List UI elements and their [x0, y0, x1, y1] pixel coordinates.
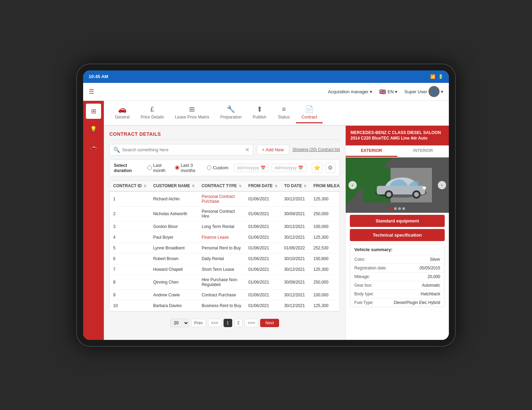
cell-to-date: 30/09/2021 — [281, 206, 310, 221]
status-bar: 10:45 AM 📶 🔋 — [83, 70, 449, 83]
cell-customer: Gordon Bloor — [150, 221, 198, 232]
tab-preparation[interactable]: 🔧 Preparation — [215, 102, 247, 123]
price-icon: £ — [150, 105, 154, 113]
cell-to-date: 30/12/2021 — [281, 289, 310, 300]
from-date-input[interactable]: dd/mm/yyyy 📅 — [234, 164, 269, 172]
grid-icon: ⊞ — [91, 107, 96, 115]
tab-interior[interactable]: INTERIOR — [397, 145, 449, 157]
sort-icon-type: ⇅ — [239, 184, 242, 188]
top-nav: ☰ Acquisition manager ▾ 🇬🇧 EN ▾ Super Us… — [83, 83, 449, 101]
tablet-frame: 10:45 AM 📶 🔋 ☰ Acquisition manager ▾ 🇬🇧 … — [76, 64, 456, 347]
main-area: ⊞ 💡 🚗 🚗 General £ — [83, 101, 449, 340]
status-icon: ≡ — [282, 105, 286, 113]
duration-label: Select duration — [114, 163, 142, 173]
contract-type-text: Personal Contract Hire — [201, 209, 235, 219]
duration-row: Select duration Last month Last 3 months — [109, 160, 340, 176]
page-size-select[interactable]: 20 50 100 — [170, 318, 189, 327]
page-1-button[interactable]: 1 — [224, 319, 232, 327]
settings-filter-button[interactable]: ⚙ — [325, 163, 335, 173]
vehicle-summary-row: Body type: Hatchback — [350, 289, 444, 298]
right-sidebar-header: MERCEDES-BENZ C CLASS DIESEL SALOON 2014… — [346, 126, 449, 146]
radio-custom[interactable]: Custom — [207, 165, 228, 170]
tab-lease-price-matrix[interactable]: ⊞ Lease Price Matrix — [169, 102, 215, 123]
technical-specification-button[interactable]: Technical specification — [350, 229, 445, 241]
table-row: 4 Paul Boyer Finance Lease 01/06/2021 30… — [110, 232, 340, 242]
radio-last-month[interactable]: Last month — [147, 163, 169, 173]
vehicle-summary-label: Body type: — [354, 292, 374, 296]
tab-status[interactable]: ≡ Status — [272, 103, 296, 123]
flag-icon: 🇬🇧 — [379, 88, 386, 95]
cell-id: 4 — [110, 232, 150, 242]
col-header-type[interactable]: CONTRACT TYPE ⇅ — [198, 181, 245, 191]
tab-contract[interactable]: 📄 Contract — [296, 102, 323, 123]
cell-from-date: 01/06/2021 — [245, 191, 281, 207]
cell-from-date: 01/06/2021 — [245, 242, 281, 253]
gallery-prev-button[interactable]: ‹ — [348, 181, 357, 189]
sidebar-icon-car[interactable]: 🚗 — [86, 140, 101, 155]
last-button[interactable]: >>> — [245, 319, 258, 327]
contract-type-text: Long Term Rental — [201, 224, 234, 229]
first-button[interactable]: <<< — [208, 319, 221, 327]
acquisition-manager-dropdown[interactable]: Acquisition manager ▾ — [328, 89, 372, 94]
radio-last-3-months[interactable]: Last 3 months — [175, 163, 202, 173]
tab-nav: 🚗 General £ Price Details ⊞ Lease Price … — [104, 101, 449, 126]
svg-point-7 — [414, 192, 419, 197]
search-input[interactable] — [122, 147, 245, 152]
search-clear-icon[interactable]: ✕ — [245, 146, 249, 153]
sidebar-icon-bulb[interactable]: 💡 — [86, 122, 101, 137]
main-panel: CONTRACT DETAILS 🔍 ✕ + Add New Showing (… — [104, 126, 345, 340]
language-dropdown[interactable]: 🇬🇧 EN ▾ — [379, 88, 397, 95]
date-inputs: dd/mm/yyyy 📅 dd/mm/yyyy 📅 — [234, 164, 306, 172]
contract-type-text: Contract Purchase — [201, 293, 236, 297]
gallery-dot-2[interactable] — [394, 207, 397, 210]
sort-icon-to-date: ⇅ — [304, 184, 306, 188]
cell-customer: Barbara Davies — [150, 300, 198, 311]
prev-button[interactable]: Prev — [191, 319, 206, 327]
cell-from-date: 01/06/2021 — [245, 232, 281, 242]
table-row: 10 Barbara Davies Business Rent to Buy 0… — [110, 300, 340, 311]
cell-type: Business Rent to Buy — [198, 300, 245, 311]
star-filter-button[interactable]: ⭐ — [312, 163, 322, 173]
sidebar-icon-grid[interactable]: ⊞ — [86, 104, 101, 119]
tab-publish[interactable]: ⬆ Publish — [247, 102, 272, 123]
col-header-customer[interactable]: CUSTOMER NAME ⇅ — [150, 181, 198, 191]
acquisition-manager-label: Acquisition manager — [328, 89, 368, 94]
gallery-dot-1[interactable] — [390, 207, 393, 210]
toggle-sidebar-button[interactable]: ❯ — [345, 226, 346, 240]
vehicle-summary-row: Fuel Type: Diesel/Plugin Elec Hybrid — [350, 298, 444, 307]
gallery-dot-3[interactable] — [398, 207, 401, 210]
page-content: CONTRACT DETAILS 🔍 ✕ + Add New Showing (… — [104, 126, 449, 340]
tab-price-details[interactable]: £ Price Details — [135, 103, 169, 123]
col-header-id[interactable]: CONTRACT ID ⇅ — [110, 181, 150, 191]
gallery-dot-4[interactable] — [402, 207, 405, 210]
sort-icon-customer: ⇅ — [192, 184, 195, 188]
cell-from-date: 01/06/2021 — [245, 206, 281, 221]
chevron-down-icon-lang: ▾ — [395, 89, 397, 94]
svg-point-5 — [386, 192, 391, 197]
page-2-button[interactable]: 2 — [234, 319, 243, 327]
add-new-button[interactable]: + Add New — [257, 145, 289, 155]
next-button[interactable]: Next — [260, 319, 279, 327]
user-menu[interactable]: Super User 👤 ▾ — [404, 86, 443, 97]
contract-type-link[interactable]: Personal Contract Purchase — [201, 194, 235, 204]
table-row: 9 Andrew Cowie Contract Purchase 01/06/2… — [110, 289, 340, 300]
avatar: 👤 — [428, 86, 440, 97]
col-header-from-date[interactable]: FROM DATE ⇅ — [245, 181, 281, 191]
tab-exterior[interactable]: EXTERIOR — [346, 145, 397, 157]
vehicle-summary-value: Hatchback — [421, 292, 440, 296]
search-box: 🔍 ✕ — [109, 144, 253, 155]
cell-id: 8 — [110, 275, 150, 289]
to-date-input[interactable]: dd/mm/yyyy 📅 — [272, 164, 306, 172]
cell-to-date: 30/10/2021 — [281, 253, 310, 264]
contract-type-text: Hire Purchase Non-Regulated — [201, 277, 238, 287]
contract-type-link[interactable]: Finance Lease — [201, 235, 229, 240]
col-header-to-date[interactable]: TO DATE ⇅ — [281, 181, 310, 191]
gallery-next-button[interactable]: › — [438, 181, 446, 189]
vehicle-summary-value: 05/05/2015 — [420, 266, 440, 270]
hamburger-icon[interactable]: ☰ — [89, 88, 94, 95]
showing-label[interactable]: Showing (20) Contract list — [293, 147, 340, 152]
standard-equipment-button[interactable]: Standard equipment — [350, 215, 445, 227]
tab-general[interactable]: 🚗 General — [109, 102, 135, 123]
col-header-from-mileage[interactable]: FROM MILEAGE ⇅ — [310, 181, 340, 191]
cell-from-date: 01/06/2021 — [245, 289, 281, 300]
